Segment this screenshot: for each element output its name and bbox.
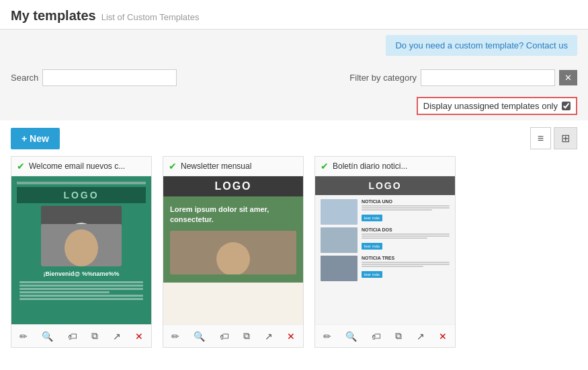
- news-text-1: NOTICIA UNO leer más: [362, 199, 450, 221]
- preview-logo: LOGO: [315, 176, 455, 195]
- template-card: ✔ Boletín diario notici... LOGO NOTICIA …: [314, 156, 456, 348]
- new-button[interactable]: + New: [11, 128, 60, 149]
- templates-grid: ✔ Welcome email nuevos c... LOGO ▶ ¡Bien…: [0, 156, 588, 359]
- card-header: ✔ Welcome email nuevos c...: [11, 157, 151, 176]
- copy-button[interactable]: ⧉: [241, 329, 253, 343]
- body-lines: [17, 280, 146, 301]
- delete-button[interactable]: ✕: [132, 330, 146, 343]
- clear-category-button[interactable]: ✕: [559, 70, 577, 85]
- template-preview: LOGO NOTICIA UNO leer más NOTICIA DO: [315, 176, 455, 324]
- copy-button[interactable]: ⧉: [392, 329, 405, 343]
- news-image-2: [321, 227, 358, 253]
- unassigned-label-box: Display unassigned templates only: [417, 97, 577, 115]
- news-image-1: [321, 199, 358, 225]
- toolbar: + New ≡ ⊞: [0, 120, 588, 156]
- content-section: NOTICIA UNO leer más NOTICIA DOS leer má…: [315, 195, 455, 285]
- zoom-button[interactable]: 🔍: [343, 330, 360, 343]
- delete-button[interactable]: ✕: [436, 330, 450, 343]
- zoom-button[interactable]: 🔍: [191, 330, 208, 343]
- view-toggle: ≡ ⊞: [530, 127, 577, 149]
- copy-button[interactable]: ⧉: [89, 329, 101, 343]
- preview-logo: LOGO: [17, 187, 146, 203]
- news-image-3: [321, 256, 358, 281]
- edit-button[interactable]: ✏: [169, 330, 182, 343]
- page-title: My templates: [11, 8, 96, 24]
- tag-button[interactable]: 🏷: [217, 330, 232, 343]
- card-header: ✔ Boletín diario notici...: [315, 157, 455, 176]
- news-row-2: NOTICIA DOS leer más: [321, 227, 450, 253]
- template-name: Boletín diario notici...: [333, 161, 407, 171]
- unassigned-row: Display unassigned templates only: [0, 94, 588, 120]
- template-preview: LOGO Lorem ipsum dolor sit amer, consect…: [163, 176, 303, 324]
- news-text-2: NOTICIA DOS leer más: [362, 227, 450, 250]
- category-group: Filter by category ✕: [349, 69, 577, 86]
- template-card: ✔ Welcome email nuevos c... LOGO ▶ ¡Bien…: [11, 156, 152, 348]
- search-label: Search: [11, 73, 38, 83]
- search-input[interactable]: [42, 69, 177, 86]
- news-row-3: NOTICIA TRES leer más: [321, 256, 450, 281]
- grid-view-button[interactable]: ⊞: [554, 127, 577, 149]
- unassigned-label: Display unassigned templates only: [423, 101, 558, 111]
- preview-person: [170, 231, 296, 274]
- news-text-3: NOTICIA TRES leer más: [362, 256, 450, 278]
- share-button[interactable]: ↗: [110, 330, 124, 343]
- tag-button[interactable]: 🏷: [65, 330, 80, 343]
- card-actions: ✏ 🔍 🏷 ⧉ ↗ ✕: [315, 324, 455, 347]
- edit-button[interactable]: ✏: [321, 330, 334, 343]
- template-name: Welcome email nuevos c...: [29, 161, 125, 171]
- lorem-text: Lorem ipsum dolor sit amer, consectetur.: [170, 205, 296, 225]
- delete-button[interactable]: ✕: [284, 330, 298, 343]
- card-actions: ✏ 🔍 🏷 ⧉ ↗ ✕: [163, 324, 303, 347]
- green-section: Lorem ipsum dolor sit amer, consectetur.: [163, 196, 303, 283]
- card-actions: ✏ 🔍 🏷 ⧉ ↗ ✕: [11, 324, 151, 347]
- tag-button[interactable]: 🏷: [369, 330, 384, 343]
- card-header: ✔ Newsletter mensual: [163, 157, 303, 176]
- category-input[interactable]: [421, 69, 555, 86]
- search-group: Search: [11, 69, 177, 86]
- share-button[interactable]: ↗: [414, 330, 427, 343]
- template-card: ✔ Newsletter mensual LOGO Lorem ipsum do…: [163, 156, 304, 348]
- category-label: Filter by category: [349, 73, 417, 83]
- edit-button[interactable]: ✏: [17, 330, 30, 343]
- status-icon: ✔: [17, 161, 25, 172]
- unassigned-checkbox[interactable]: [562, 102, 571, 110]
- template-name: Newsletter mensual: [181, 161, 251, 171]
- list-view-button[interactable]: ≡: [530, 127, 551, 149]
- news-row-1: NOTICIA UNO leer más: [321, 199, 450, 225]
- contact-us-button[interactable]: Do you need a custom template? Contact u…: [386, 35, 577, 56]
- top-action-bar: Do you need a custom template? Contact u…: [0, 30, 588, 61]
- page-header: My templates List of Custom Templates: [0, 0, 588, 30]
- page-subtitle: List of Custom Templates: [101, 12, 200, 22]
- status-icon: ✔: [321, 161, 329, 172]
- preview-logo: LOGO: [163, 176, 303, 196]
- status-icon: ✔: [169, 161, 177, 172]
- preview-image: ▶: [41, 206, 122, 266]
- share-button[interactable]: ↗: [262, 330, 276, 343]
- welcome-text: ¡Bienvenid@ %%name%%: [44, 270, 120, 277]
- template-preview: LOGO ▶ ¡Bienvenid@ %%name%%: [11, 176, 151, 324]
- filter-bar: Search Filter by category ✕: [0, 61, 588, 94]
- zoom-button[interactable]: 🔍: [39, 330, 56, 343]
